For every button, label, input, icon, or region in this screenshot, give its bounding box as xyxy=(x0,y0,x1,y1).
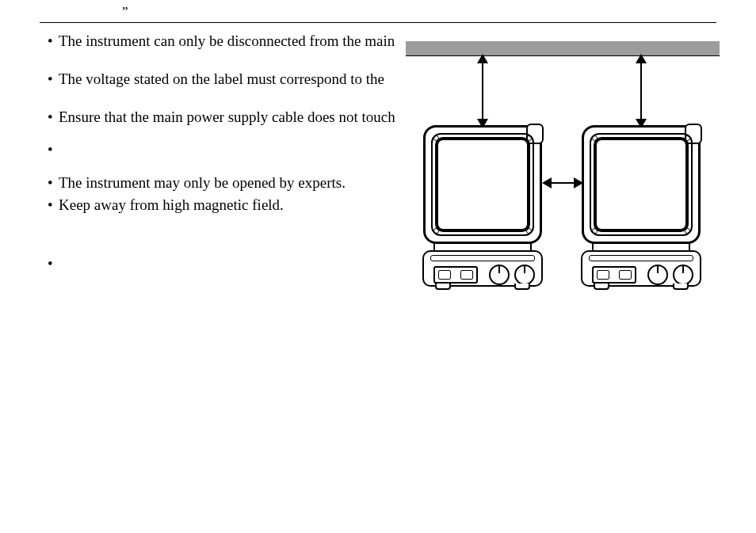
list-item-text: Keep away from high magnetic field. xyxy=(59,196,398,215)
device-top-plate xyxy=(423,125,542,244)
device-foot-icon xyxy=(514,284,530,290)
device-control-panel xyxy=(581,250,701,287)
list-item: • Ensure that the main power supply cabl… xyxy=(48,108,398,127)
list-item: • The voltage stated on the label must c… xyxy=(48,70,398,89)
device-left xyxy=(423,125,542,287)
device-display-icon xyxy=(433,266,478,284)
page: ” • The instrument can only be disconnec… xyxy=(0,0,756,533)
list-item-text: The voltage stated on the label must cor… xyxy=(59,70,398,89)
screw-icon xyxy=(526,135,532,141)
screw-icon xyxy=(526,228,532,234)
device-foot-icon xyxy=(673,284,689,290)
screw-icon xyxy=(592,228,598,234)
instruction-list: • The instrument can only be disconnecte… xyxy=(48,32,398,285)
device-right xyxy=(582,125,701,287)
list-item-text: The instrument can only be disconnected … xyxy=(59,32,398,51)
list-item-text: The instrument may only be opened by exp… xyxy=(59,173,398,192)
device-knob-icon xyxy=(673,265,693,285)
device-control-panel xyxy=(422,250,543,287)
device-knob-icon xyxy=(647,265,668,285)
spacing-diagram xyxy=(406,41,720,295)
list-item: • xyxy=(48,254,398,273)
list-item: • The instrument may only be opened by e… xyxy=(48,173,398,192)
device-knob-icon xyxy=(514,265,535,285)
list-item: • The instrument can only be disconnecte… xyxy=(48,32,398,51)
list-item: • xyxy=(48,140,398,159)
device-plate-inner xyxy=(435,137,530,232)
device-knob-icon xyxy=(489,265,510,285)
horizontal-clearance-arrow xyxy=(548,182,577,184)
bullet-icon: • xyxy=(48,254,59,273)
screw-icon xyxy=(433,135,439,141)
bullet-icon: • xyxy=(48,70,59,89)
list-item-text xyxy=(59,140,398,159)
screw-icon xyxy=(685,228,690,234)
list-item-text: Ensure that the main power supply cable … xyxy=(59,108,398,127)
device-foot-icon xyxy=(594,284,609,290)
vertical-clearance-arrow-right xyxy=(640,60,642,122)
vertical-clearance-arrow-left xyxy=(482,60,483,122)
list-item: • Keep away from high magnetic field. xyxy=(48,196,398,215)
bullet-icon: • xyxy=(48,32,59,51)
stray-quote-mark: ” xyxy=(122,5,128,18)
screw-icon xyxy=(592,135,598,141)
device-foot-icon xyxy=(435,284,451,290)
bullet-icon: • xyxy=(48,108,59,127)
overhead-surface-edge xyxy=(406,55,720,56)
device-display-icon xyxy=(592,266,636,284)
bullet-icon: • xyxy=(48,140,59,159)
screw-icon xyxy=(685,135,690,141)
device-top-plate xyxy=(582,125,701,244)
bullet-icon: • xyxy=(48,196,59,215)
overhead-surface xyxy=(406,41,720,55)
device-plate-inner xyxy=(594,137,689,232)
screw-icon xyxy=(433,228,439,234)
horizontal-rule xyxy=(40,22,716,23)
list-item-text xyxy=(59,254,398,273)
bullet-icon: • xyxy=(48,173,59,192)
